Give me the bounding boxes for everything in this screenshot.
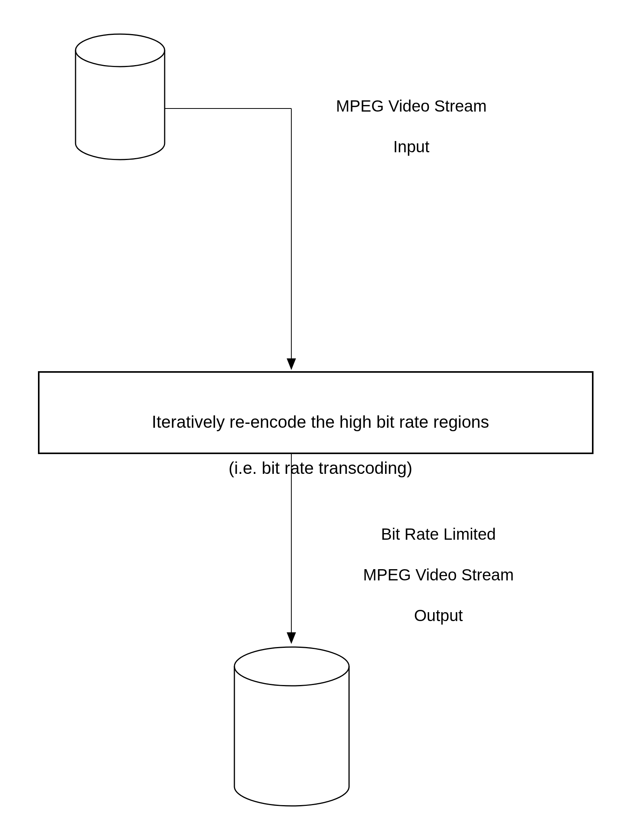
output-label-line3: Output [414, 606, 463, 625]
arrowhead-into-process [287, 358, 296, 370]
svg-point-1 [234, 647, 349, 686]
process-label: Iteratively re-encode the high bit rate … [39, 387, 593, 480]
arrowhead-into-output [287, 632, 296, 644]
process-label-line1: Iteratively re-encode the high bit rate … [152, 412, 489, 431]
output-cylinder-icon [234, 647, 349, 806]
output-label-line1: Bit Rate Limited [381, 525, 495, 543]
input-label-line1: MPEG Video Stream [336, 97, 487, 115]
input-label: MPEG Video Stream Input [314, 76, 500, 157]
output-label: Bit Rate Limited MPEG Video Stream Outpu… [341, 504, 527, 626]
input-label-line2: Input [393, 138, 429, 156]
svg-point-0 [76, 34, 165, 67]
input-cylinder-icon [76, 34, 165, 160]
output-label-line2: MPEG Video Stream [363, 566, 514, 584]
process-label-line2: (i.e. bit rate transcoding) [229, 458, 412, 477]
